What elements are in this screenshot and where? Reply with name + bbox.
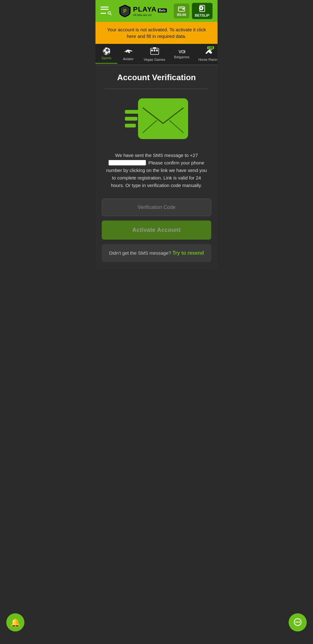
title-divider: [105, 89, 208, 89]
tab-aviator[interactable]: Aviator: [117, 44, 139, 64]
svg-text:P: P: [123, 8, 127, 14]
tab-sports-label: Sports: [101, 56, 111, 60]
logo-tagline: All bets are on!: [133, 13, 152, 17]
page-title: Account Verification: [102, 73, 211, 82]
activate-account-button[interactable]: Activate Account: [102, 221, 211, 240]
hamburger-line-1: [100, 7, 109, 8]
email-illustration: [102, 98, 211, 139]
email-line-2: [125, 117, 137, 121]
logo: P PLAYA Bets All bets are on!: [119, 4, 167, 18]
tab-horse-racing-label: Horse Racing: [198, 58, 218, 61]
svg-rect-4: [182, 8, 184, 10]
sports-icon: ⚽: [102, 48, 111, 55]
svg-rect-11: [151, 49, 153, 51]
live-badge: LIVE: [207, 46, 214, 49]
header: P PLAYA Bets All bets are on! R0.00: [95, 0, 218, 22]
tab-horse-racing[interactable]: LIVE Horse Racing: [194, 44, 218, 65]
wallet-icon: [178, 5, 185, 13]
nav-tabs: ⚽ Sports Aviator 777 Vegas Games VOI: [95, 44, 218, 65]
activation-banner-text: Your account is not activated. To activa…: [107, 27, 206, 39]
betslip-label: BETSLIP: [195, 13, 209, 17]
tab-sports[interactable]: ⚽ Sports: [95, 45, 117, 64]
search-icon: [107, 11, 112, 15]
logo-bets: Bets: [158, 8, 167, 13]
activation-banner[interactable]: Your account is not activated. To activa…: [95, 22, 218, 44]
main-content: Account Verification We have sent the SM…: [95, 65, 218, 270]
svg-rect-17: [143, 106, 183, 133]
svg-rect-13: [156, 49, 158, 51]
tab-aviator-label: Aviator: [123, 57, 134, 61]
menu-search-button[interactable]: [100, 7, 112, 15]
hamburger-line-3: [100, 13, 106, 14]
envelope-svg: [141, 101, 185, 136]
svg-rect-12: [154, 49, 155, 51]
sms-message-prefix: We have sent the SMS message to +27: [115, 153, 198, 158]
resend-prompt-text: Didn't get the SMS message?: [109, 250, 171, 256]
resend-link[interactable]: Try to resend: [172, 250, 204, 256]
email-lines: [125, 110, 141, 127]
logo-playa: PLAYA: [133, 5, 157, 13]
resend-section: Didn't get the SMS message? Try to resen…: [102, 244, 211, 262]
verification-message: We have sent the SMS message to +27 . Pl…: [102, 152, 211, 189]
hamburger-line-2: [100, 9, 109, 10]
tab-betgames-label: Betgames: [174, 55, 190, 59]
email-envelope: [138, 98, 188, 139]
phone-number-redacted: [109, 160, 146, 165]
activate-button-label: Activate Account: [132, 227, 181, 233]
logo-text: PLAYA Bets All bets are on!: [133, 5, 167, 17]
tab-vegas[interactable]: 777 Vegas Games: [139, 44, 170, 65]
horse-racing-icon-wrap: LIVE: [204, 47, 213, 56]
header-actions: R0.00 0 BETSLIP: [174, 3, 213, 19]
tab-vegas-label: Vegas Games: [144, 58, 165, 61]
email-line-3: [125, 124, 136, 127]
betslip-button[interactable]: 0 BETSLIP: [192, 3, 213, 19]
svg-text:777: 777: [153, 52, 156, 54]
email-line-1: [125, 110, 141, 114]
betslip-badge: 0: [199, 6, 203, 10]
balance-button[interactable]: R0.00: [174, 3, 189, 18]
balance-amount: R0.00: [177, 13, 186, 17]
svg-line-1: [110, 14, 111, 15]
svg-point-0: [108, 12, 110, 14]
tab-betgames[interactable]: VOI Betgames: [170, 46, 194, 62]
logo-shield: P: [119, 4, 131, 18]
svg-rect-14: [153, 47, 156, 49]
betgames-icon: VOI: [178, 49, 185, 54]
vegas-icon: 777: [150, 47, 159, 56]
verification-code-input[interactable]: [102, 199, 211, 216]
aviator-icon: [123, 48, 133, 56]
